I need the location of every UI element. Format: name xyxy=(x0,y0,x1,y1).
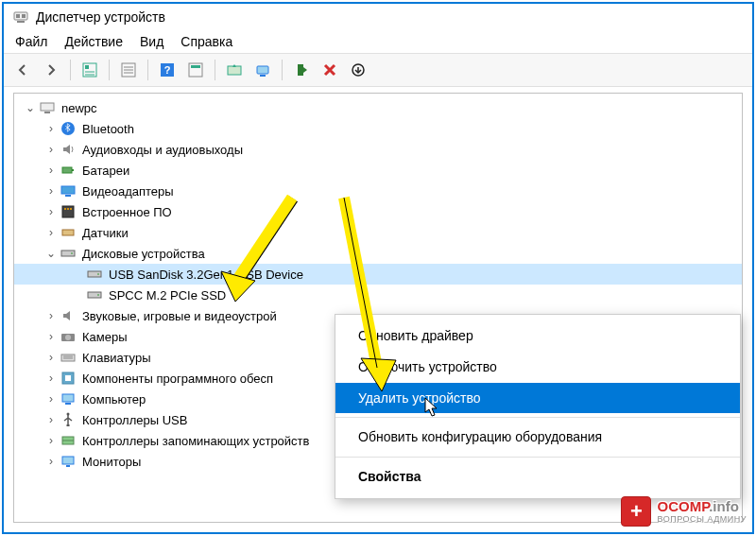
svg-rect-24 xyxy=(62,167,72,173)
ctx-separator xyxy=(335,457,740,458)
svg-rect-2 xyxy=(22,14,26,18)
svg-point-34 xyxy=(71,252,73,254)
speaker-icon xyxy=(60,141,77,158)
svg-rect-21 xyxy=(41,103,54,111)
chevron-right-icon[interactable] xyxy=(44,372,58,385)
svg-rect-1 xyxy=(16,14,20,18)
battery-icon xyxy=(60,162,77,179)
svg-rect-19 xyxy=(298,64,303,76)
forward-button[interactable] xyxy=(38,58,64,82)
tree-item-label: Встроенное ПО xyxy=(82,205,172,219)
svg-point-29 xyxy=(64,208,66,210)
keyboard-icon xyxy=(60,349,77,366)
help-button[interactable]: ? xyxy=(154,58,180,82)
window-title: Диспетчер устройств xyxy=(36,9,165,25)
enable-device-button[interactable] xyxy=(288,58,315,82)
chevron-right-icon[interactable] xyxy=(44,330,58,343)
camera-icon xyxy=(60,328,77,345)
disk-icon xyxy=(86,286,103,303)
tree-item-label: Bluetooth xyxy=(82,122,134,136)
svg-point-31 xyxy=(70,208,72,210)
svg-rect-45 xyxy=(65,375,71,381)
disk-icon xyxy=(86,266,103,283)
toolbar: ? xyxy=(4,53,752,87)
tree-item-batteries[interactable]: Батареи xyxy=(14,160,742,181)
bluetooth-icon xyxy=(60,120,77,137)
chevron-right-icon[interactable] xyxy=(44,455,58,468)
properties-button[interactable] xyxy=(115,58,142,82)
disk-icon xyxy=(60,245,77,262)
svg-rect-15 xyxy=(191,65,200,68)
menu-help[interactable]: Справка xyxy=(180,34,232,49)
tree-item-label: Компьютер xyxy=(82,392,146,406)
speaker-icon xyxy=(60,307,77,324)
toolbar-separator xyxy=(282,60,283,80)
back-button[interactable] xyxy=(9,58,36,82)
chevron-right-icon[interactable] xyxy=(44,184,58,198)
svg-rect-3 xyxy=(17,21,25,23)
menu-action[interactable]: Действие xyxy=(64,34,123,49)
svg-rect-17 xyxy=(257,66,268,74)
svg-rect-27 xyxy=(65,195,71,197)
firmware-icon xyxy=(60,203,77,220)
toolbar-separator xyxy=(147,60,148,80)
titlebar: Диспетчер устройств xyxy=(4,4,752,30)
chevron-down-icon[interactable] xyxy=(44,247,58,260)
chevron-right-icon[interactable] xyxy=(44,392,58,406)
ctx-properties[interactable]: Свойства xyxy=(335,461,740,493)
toolbar-separator xyxy=(215,60,215,80)
svg-point-40 xyxy=(65,335,71,340)
tree-item-label: Дисковые устройства xyxy=(82,247,205,261)
svg-rect-5 xyxy=(85,65,89,69)
chevron-right-icon[interactable] xyxy=(44,434,58,447)
svg-rect-18 xyxy=(260,75,266,77)
tree-item-label: Клавиатуры xyxy=(82,351,151,365)
software-icon xyxy=(60,370,77,387)
ctx-scan-hardware[interactable]: Обновить конфигурацию оборудования xyxy=(335,422,740,453)
tree-item-bluetooth[interactable]: Bluetooth xyxy=(14,118,742,139)
tree-root[interactable]: newpc xyxy=(14,97,742,118)
svg-point-48 xyxy=(67,413,70,416)
svg-rect-46 xyxy=(62,394,74,402)
chevron-right-icon[interactable] xyxy=(44,143,58,156)
chevron-right-icon[interactable] xyxy=(44,226,58,239)
svg-point-30 xyxy=(67,208,69,210)
svg-rect-53 xyxy=(66,465,70,467)
svg-rect-22 xyxy=(44,112,50,113)
tree-item-label: Видеоадаптеры xyxy=(82,184,174,199)
annotation-arrow-1 xyxy=(202,188,316,320)
scan-hardware-button[interactable] xyxy=(249,58,276,82)
show-hide-tree-button[interactable] xyxy=(77,58,103,82)
uninstall-device-button[interactable] xyxy=(317,58,343,82)
tree-item-audio-io[interactable]: Аудиовходы и аудиовыходы xyxy=(14,139,742,160)
toolbar-separator xyxy=(70,60,71,80)
update-driver-button[interactable] xyxy=(221,58,248,82)
action-button[interactable] xyxy=(182,58,209,82)
tree-item-label: Батареи xyxy=(82,164,129,178)
computer-icon xyxy=(60,390,77,407)
plus-icon: + xyxy=(621,496,651,527)
svg-rect-47 xyxy=(65,403,71,405)
chevron-right-icon[interactable] xyxy=(44,164,58,177)
svg-rect-16 xyxy=(228,66,241,75)
disable-device-button[interactable] xyxy=(345,58,371,82)
watermark: + OCOMP.info ВОПРОСЫ АДМИНУ xyxy=(621,496,747,527)
chevron-right-icon[interactable] xyxy=(44,351,58,364)
chevron-down-icon[interactable] xyxy=(24,101,37,114)
sensor-icon xyxy=(60,224,77,241)
chevron-right-icon[interactable] xyxy=(44,205,58,218)
menu-file[interactable]: Файл xyxy=(15,34,47,49)
menu-view[interactable]: Вид xyxy=(140,34,163,49)
chevron-right-icon[interactable] xyxy=(44,122,58,135)
storage-controller-icon xyxy=(60,432,77,449)
tree-root-label: newpc xyxy=(61,101,97,115)
display-adapter-icon xyxy=(60,182,77,199)
watermark-tagline: ВОПРОСЫ АДМИНУ xyxy=(657,514,747,524)
chevron-right-icon[interactable] xyxy=(44,309,58,322)
monitor-icon xyxy=(60,453,77,470)
svg-rect-28 xyxy=(62,206,74,217)
chevron-right-icon[interactable] xyxy=(44,413,58,426)
devmgr-icon xyxy=(13,9,28,25)
tree-item-label: Датчики xyxy=(82,226,129,240)
tree-item-label: Компоненты программного обесп xyxy=(82,372,273,386)
